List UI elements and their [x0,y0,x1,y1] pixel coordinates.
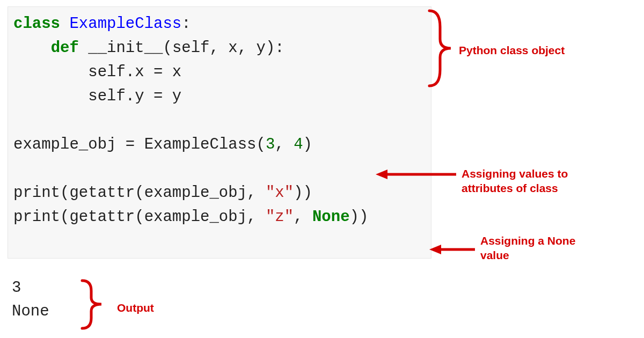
none-keyword: None [312,208,350,226]
print1-pre: print(getattr(example_obj, [13,184,266,202]
print2-str: "z" [266,208,294,226]
inst-call-pre: ExampleClass( [144,136,266,153]
print1-str: "x" [266,184,294,202]
code-line-4: self.y = y [13,87,181,105]
inst-arg1: 3 [266,136,275,153]
print2-comma: , [294,208,312,226]
keyword-def: def [51,39,79,57]
inst-arg2: 4 [294,136,303,153]
annotation-assigning-none: Assigning a None value [480,233,588,263]
arrow-icon [429,241,478,258]
instance-var: example_obj [13,136,116,153]
annotation-assigning-values: Assigning values to attributes of class [462,166,580,196]
inst-call-post: ) [303,136,312,153]
annotation-output: Output [117,300,154,315]
print2-post: )) [350,208,369,226]
print2-pre: print(getattr(example_obj, [13,208,266,226]
keyword-class: class [13,15,60,33]
class-name: ExampleClass [69,15,181,33]
output-line-2: None [12,303,49,320]
colon: : [181,15,191,33]
inst-comma: , [275,136,294,153]
output-line-1: 3 [12,279,21,297]
init-name: __init__ [88,39,163,57]
code-block: class ExampleClass: def __init__(self, x… [8,6,431,259]
print1-post: )) [294,184,312,202]
equals: = [116,136,144,153]
annotation-class-object: Python class object [459,43,565,57]
output-block: 3 None [12,276,49,323]
brace-icon [78,279,110,330]
init-params: (self, x, y): [163,39,284,57]
code-line-3: self.x = x [13,63,181,81]
